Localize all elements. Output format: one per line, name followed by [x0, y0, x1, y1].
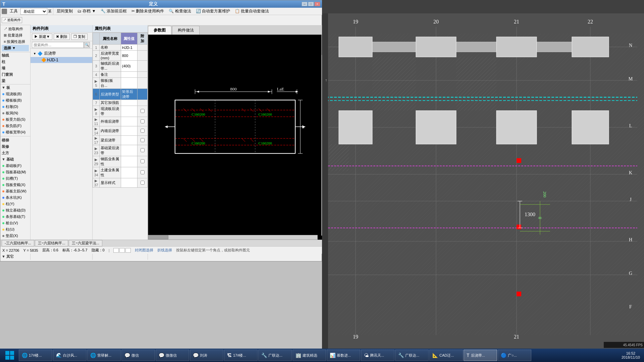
taskbar-btn-10[interactable]: 🌤 腾讯天... — [361, 350, 394, 361]
sidebar-section-wall[interactable]: 墙 — [0, 65, 30, 71]
attr-row-value[interactable] — [121, 117, 137, 126]
sidebar-item-found-slab[interactable]: 基础板(F) — [0, 163, 30, 169]
attr-row-add[interactable] — [138, 61, 148, 72]
attr-checkbox[interactable] — [141, 138, 145, 142]
sidebar-section-stair[interactable]: 楼梯 — [0, 137, 30, 143]
expand-icon[interactable]: ▶ — [95, 107, 97, 111]
attr-row-value[interactable]: 矩形后浇带 — [121, 89, 137, 100]
sidebar-item-neg-rebar[interactable]: 板负筋(F) — [0, 123, 30, 129]
expand-icon[interactable]: ▶ — [95, 158, 97, 162]
expand-icon[interactable]: ▶ — [95, 117, 97, 121]
attr-row-value[interactable] — [121, 178, 137, 188]
attr-row-add[interactable] — [138, 117, 148, 126]
attr-row-value[interactable]: (400) — [121, 61, 137, 72]
sidebar-section-earth[interactable]: 土方 — [0, 150, 30, 156]
sidebar-item-strip-found[interactable]: 条形基础(T) — [0, 214, 30, 220]
sidebar-item-pile-cap[interactable]: 抗槽(T) — [0, 175, 30, 182]
taskbar-btn-9[interactable]: 📊 慕数进... — [327, 350, 360, 361]
attr-row-add[interactable] — [138, 106, 148, 117]
expand-icon[interactable]: ▶ — [95, 127, 97, 131]
expand-icon[interactable]: ▶ — [95, 146, 97, 150]
tab-params[interactable]: 参数图 — [148, 26, 171, 35]
status-mode2[interactable]: 折线选择 — [157, 248, 172, 253]
attr-row-value[interactable] — [121, 156, 137, 167]
attr-checkbox[interactable] — [141, 109, 145, 113]
attr-row-value[interactable]: 800 — [121, 51, 137, 61]
sidebar-item-col-u[interactable]: 柱(U) — [0, 226, 30, 233]
attr-checkbox[interactable] — [141, 170, 145, 174]
attr-checkbox[interactable] — [141, 159, 145, 163]
taskbar-btn-1[interactable]: 🌊 白沙风... — [53, 350, 87, 361]
bottom-tab-2[interactable]: 三~六层梁平法... — [69, 240, 102, 246]
copy-component-button[interactable]: ❐ 复制 — [71, 34, 88, 40]
attr-row-add[interactable] — [138, 156, 148, 167]
sidebar-item-var-section[interactable]: 筏板变截(X) — [0, 182, 30, 188]
sidebar-item-pickup[interactable]: ↗ 拾取构件 — [2, 26, 29, 32]
sidebar-item-slab-rebar[interactable]: 板受力筋(S) — [0, 116, 30, 123]
sidebar-item-col-pier[interactable]: 柱墩(D) — [0, 104, 30, 110]
sidebar-item-col-y[interactable]: 柱(Y) — [0, 201, 30, 207]
sidebar-item-prop-select[interactable]: ≡ 按属性选择 — [2, 39, 29, 45]
attr-checkbox[interactable] — [141, 148, 145, 152]
sidebar-item-pile-platform[interactable]: 桩台(V) — [0, 220, 30, 226]
sidebar-section-column[interactable]: 柱 — [0, 59, 30, 65]
sidebar-section-axis[interactable]: 轴线 — [0, 52, 30, 59]
attr-row-value[interactable] — [121, 145, 137, 156]
taskbar-btn-0[interactable]: 🌐 17#楼... — [19, 350, 52, 361]
sidebar-item-isolated-found[interactable]: 独立基础(D) — [0, 207, 30, 214]
new-component-button[interactable]: ▶ 新建▼ — [32, 34, 52, 40]
attr-row-add[interactable] — [138, 89, 148, 100]
search-button[interactable]: 🔍 — [84, 42, 90, 48]
attr-row-add[interactable] — [138, 72, 148, 78]
menu-tools[interactable]: 工具 — [8, 8, 20, 15]
attr-row-add[interactable] — [138, 45, 148, 51]
attr-scroll[interactable]: 属性名称 属性值 附加 1名称HJD-12后浇带宽度(mm)8003轴线距后浇带… — [93, 33, 148, 260]
sidebar-section-found[interactable]: ▼ 基础 — [0, 156, 30, 163]
ortho-icon[interactable] — [125, 248, 131, 253]
taskbar-btn-7[interactable]: 🔧 广联达... — [258, 350, 292, 361]
attr-row-value[interactable] — [121, 78, 137, 89]
sidebar-item-floor-slab[interactable]: 楼板板(B) — [0, 97, 30, 104]
maximize-button[interactable]: □ — [308, 2, 314, 6]
taskbar-btn-2[interactable]: 🌐 营驿解... — [87, 350, 121, 361]
attr-checkbox[interactable] — [141, 181, 145, 185]
attr-row-add[interactable] — [138, 136, 148, 145]
bottom-tab-1[interactable]: 三~六层结构平... — [35, 240, 68, 246]
attr-row-value[interactable] — [121, 126, 137, 136]
sidebar-item-select[interactable]: 选择 ▼ — [2, 45, 29, 51]
expand-icon[interactable]: ▶ — [95, 169, 97, 173]
sidebar-item-batch-select[interactable]: ⊞ 批量选择 — [2, 32, 29, 39]
attr-row-value[interactable] — [121, 100, 137, 106]
attr-row-add[interactable] — [138, 178, 148, 188]
menu-add-front-back[interactable]: 🔧 添加前后框 — [99, 8, 129, 15]
sidebar-section-other[interactable]: ▼ 其它 — [0, 253, 30, 260]
sidebar-item-raft[interactable]: 筏板基础(M) — [0, 169, 30, 175]
taskbar-btn-11[interactable]: 🔧 广联达... — [395, 350, 429, 361]
sidebar-section-slab[interactable]: ▼ 板 — [0, 84, 30, 91]
attr-row-value[interactable] — [121, 136, 137, 145]
taskbar-start-button[interactable] — [1, 350, 18, 361]
sidebar-section-door[interactable]: 门窗洞 — [0, 71, 30, 78]
tree-root-post-cast[interactable]: ▼ 🔷 后浇带 — [31, 50, 92, 57]
expand-icon[interactable]: ▶ — [95, 79, 97, 83]
status-mode[interactable]: 封闭图选择 — [135, 248, 153, 253]
attr-checkbox[interactable] — [141, 119, 145, 123]
taskbar-btn-8[interactable]: 🏢 建筑精选 — [292, 350, 326, 361]
canvas-hscroll[interactable] — [148, 235, 318, 240]
expand-icon[interactable]: ▶ — [95, 136, 97, 140]
taskbar-btn-6[interactable]: 🏗 17#楼... — [224, 350, 258, 361]
sidebar-item-floor-rib[interactable]: 楼板宽带(H) — [0, 129, 30, 135]
attr-row-add[interactable] — [138, 167, 148, 178]
layer-combo[interactable]: 基础层 — [20, 8, 47, 15]
pickup-btn[interactable]: ↗ 拾取构件 — [2, 17, 22, 23]
attr-row-value[interactable] — [121, 167, 137, 178]
grid-icon[interactable] — [119, 248, 125, 253]
taskbar-btn-13[interactable]: T 后浇带... — [464, 350, 497, 361]
hscroll-thumb[interactable] — [148, 235, 168, 239]
attr-checkbox[interactable] — [141, 129, 145, 133]
sidebar-item-cast-slab[interactable]: 现浇板(B) — [0, 91, 30, 97]
expand-icon[interactable]: ▶ — [95, 179, 97, 183]
bottom-tab-0[interactable]: -三六层结构平... — [2, 240, 34, 246]
minimize-button[interactable]: ─ — [302, 2, 308, 6]
delete-component-button[interactable]: ✖ 删除 — [54, 34, 70, 40]
